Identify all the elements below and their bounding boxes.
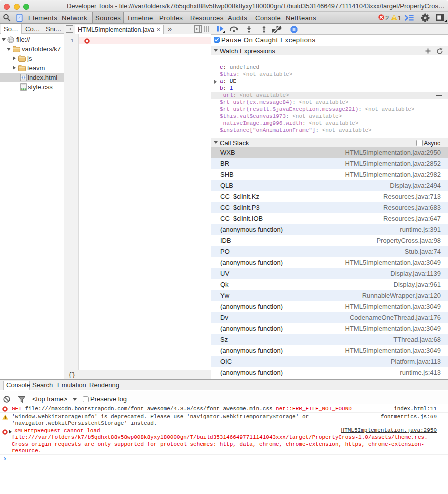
svg-text:css: css bbox=[21, 87, 27, 90]
